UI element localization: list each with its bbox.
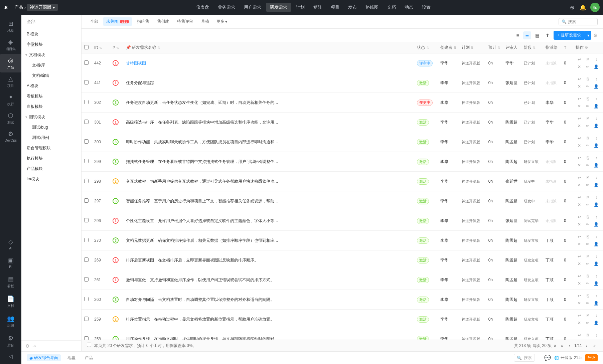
sidebar-item-docs-lib[interactable]: 文档/库 [27, 60, 81, 70]
sidebar-item-zitang[interactable]: 字堂模块 [21, 39, 81, 50]
nav-item-release[interactable]: 发布 [344, 3, 361, 12]
row-checkbox[interactable] [84, 179, 89, 183]
table-view-icon[interactable]: ≣ [523, 31, 531, 39]
op-copy-icon[interactable]: ⎘ [584, 312, 591, 319]
op-reply-icon[interactable]: ↩ [576, 115, 583, 122]
nav-item-business[interactable]: 业务需求 [214, 3, 239, 12]
op-person-icon[interactable]: 👤 [593, 181, 600, 189]
op-edit-icon[interactable]: ✏ [584, 201, 591, 208]
notification-icon[interactable]: 🔔 [578, 3, 588, 12]
sidebar-item-dashboard[interactable]: ⊞ 地盘 [0, 17, 21, 36]
op-reply-icon[interactable]: ↩ [576, 154, 583, 162]
op-move-icon[interactable]: ↕ [593, 253, 600, 260]
op-reply-icon[interactable]: ↩ [576, 95, 583, 103]
row-checkbox[interactable] [84, 238, 89, 242]
sidebar-item-im-module[interactable]: im模块 [21, 174, 81, 184]
search-box[interactable]: 🔍 [559, 18, 598, 25]
op-delete-icon[interactable]: ✕ [576, 162, 583, 169]
op-copy-icon[interactable]: ⎘ [584, 213, 591, 221]
req-title[interactable]: 排序位置指示：在拖动过程中，显示文档将放置的新位置指示，帮助用户准确放置。 [126, 317, 280, 322]
row-checkbox[interactable] [84, 120, 89, 124]
op-delete-icon[interactable]: ✕ [576, 201, 583, 208]
op-person-icon[interactable]: 👤 [593, 122, 600, 130]
op-move-icon[interactable]: ↕ [593, 312, 600, 319]
op-person-icon[interactable]: 👤 [593, 162, 600, 169]
op-delete-icon[interactable]: ✕ [576, 142, 583, 149]
row-checkbox[interactable] [84, 100, 89, 104]
sidebar-item-bi-module[interactable]: BI模块 [21, 29, 81, 39]
op-copy-icon[interactable]: ⎘ [584, 154, 591, 162]
sidebar-item-project[interactable]: △ 项目 [0, 72, 21, 91]
req-title[interactable]: 撤销与重做：支持撤销和重做排序操作，以便用户纠正错误或尝试不同的排序方式。 [126, 277, 280, 283]
op-delete-icon[interactable]: ✕ [576, 83, 583, 90]
sidebar-item-test-bug[interactable]: 测试/bug [27, 122, 81, 133]
sidebar-item-product-module[interactable]: 产品模块 [21, 164, 81, 174]
req-title[interactable]: 自动对齐与间隔：当文档放置时，自动调整其位置以保持整齐的对齐和适当的间隔。 [126, 297, 280, 303]
op-move-icon[interactable]: ↕ [593, 75, 600, 83]
op-edit-icon[interactable]: ✏ [584, 260, 591, 267]
op-reply-icon[interactable]: ↩ [576, 56, 583, 63]
bottom-tab-dev[interactable]: ◉ 研发综合界面 [27, 354, 61, 361]
col-header-status[interactable]: 状态 ⇅ [414, 42, 438, 53]
add-req-dropdown[interactable]: ▾ [585, 31, 591, 40]
req-title[interactable]: 高级筛选与排序：在任务列表、缺陷跟踪等模块中增加高级筛选和排序功能，允许用户根据… [126, 120, 280, 125]
op-reply-icon[interactable]: ↩ [576, 213, 583, 221]
op-person-icon[interactable]: 👤 [593, 221, 600, 228]
chat-icon[interactable]: 💬 [544, 355, 551, 361]
tab-created-me[interactable]: 我创建 [154, 17, 172, 26]
op-delete-icon[interactable]: ✕ [576, 280, 583, 287]
req-title[interactable]: 智能任务推荐：基于用户的历史行为和项目上下文，智能推荐相关任务或资源，帮助用户更… [126, 198, 280, 204]
op-move-icon[interactable]: ↕ [593, 135, 600, 142]
col-header-assignee[interactable]: 指派给 [543, 42, 561, 53]
op-copy-icon[interactable]: ⎘ [584, 253, 591, 260]
op-person-icon[interactable]: 👤 [593, 142, 600, 149]
sidebar-item-docs[interactable]: 📄 文档 [6, 293, 16, 311]
op-reply-icon[interactable]: ↩ [576, 312, 583, 319]
sidebar-item-admin-module[interactable]: 后台管理模块 [21, 143, 81, 153]
nav-item-settings[interactable]: 设置 [418, 3, 435, 12]
op-delete-icon[interactable]: ✕ [576, 300, 583, 307]
prev-page-btn[interactable]: ‹ [567, 343, 572, 349]
tab-draft[interactable]: 草稿 [198, 17, 212, 26]
op-copy-icon[interactable]: ⎘ [584, 174, 591, 181]
row-checkbox[interactable] [84, 297, 89, 301]
sidebar-item-test-module[interactable]: ▾测试模块 [21, 112, 81, 122]
row-checkbox[interactable] [84, 336, 89, 340]
op-person-icon[interactable]: 👤 [593, 83, 600, 90]
op-reply-icon[interactable]: ↩ [576, 292, 583, 300]
chart-view-icon[interactable]: ▦ [533, 31, 542, 39]
nav-item-activity[interactable]: 动态 [401, 3, 417, 12]
more-dropdown[interactable]: 更多 ▾ [214, 17, 230, 26]
op-edit-icon[interactable]: ✏ [584, 162, 591, 169]
col-header-t[interactable]: T [561, 42, 573, 53]
settings-icon[interactable]: ⚙ [25, 343, 30, 349]
op-edit-icon[interactable]: ✏ [584, 280, 591, 287]
tab-unclosed[interactable]: 未关闭 213 [103, 17, 132, 26]
op-edit-icon[interactable]: ✏ [584, 83, 591, 90]
nav-item-user-req[interactable]: 用户需求 [240, 3, 265, 12]
col-header-estimate[interactable]: 预计 ⇅ [486, 42, 503, 53]
op-edit-icon[interactable]: ✏ [584, 240, 591, 248]
sidebar-item-test-case[interactable]: 测试/用例 [27, 133, 81, 143]
per-page-select[interactable]: 每页 20 项 [533, 343, 552, 349]
op-edit-icon[interactable]: ✏ [584, 142, 591, 149]
op-delete-icon[interactable]: ✕ [576, 260, 583, 267]
op-person-icon[interactable]: 👤 [593, 280, 600, 287]
op-copy-icon[interactable]: ⎘ [584, 75, 591, 83]
bottom-tab-dashboard[interactable]: 地盘 [65, 354, 78, 361]
sidebar-item-exec-module[interactable]: 执行模块 [21, 153, 81, 164]
op-delete-icon[interactable]: ✕ [576, 122, 583, 130]
req-title[interactable]: 任务分配与追踪 [126, 80, 280, 86]
sidebar-item-devops[interactable]: ⚙ DevOps [0, 128, 21, 145]
col-header-stage[interactable]: 阶段 ⇅ [521, 42, 543, 53]
col-header-creator[interactable]: 创建者 ⇅ [438, 42, 459, 53]
op-delete-icon[interactable]: ✕ [576, 181, 583, 189]
bottom-search[interactable]: 🔍 搜索 [514, 354, 535, 362]
row-checkbox[interactable] [84, 218, 89, 222]
nav-item-matrix[interactable]: 矩阵 [309, 3, 326, 12]
sidebar-item-org[interactable]: 👥 组织 [6, 312, 16, 331]
row-checkbox[interactable] [84, 139, 89, 144]
op-copy-icon[interactable]: ⎘ [584, 115, 591, 122]
op-edit-icon[interactable]: ✏ [584, 300, 591, 307]
add-icon[interactable]: ⊕ [569, 3, 576, 12]
